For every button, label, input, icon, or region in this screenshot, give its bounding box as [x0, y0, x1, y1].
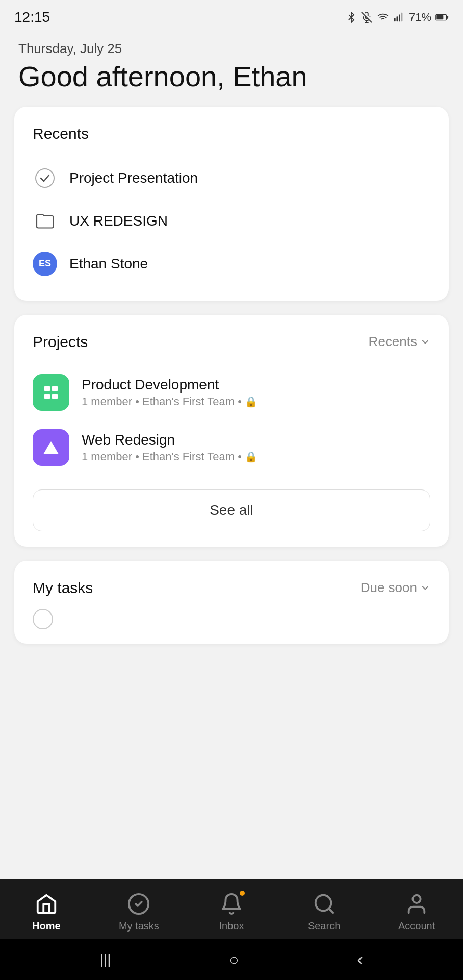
android-back-button[interactable]: ‹ [342, 944, 378, 975]
recents-title: Recents [33, 125, 430, 142]
projects-card: Projects Recents Product Development [14, 315, 449, 547]
svg-rect-4 [394, 18, 396, 21]
svg-rect-9 [447, 16, 448, 19]
chevron-down-icon [420, 337, 430, 347]
recent-item-project-presentation[interactable]: Project Presentation [33, 157, 430, 200]
svg-rect-14 [44, 394, 50, 399]
recent-label-project-presentation: Project Presentation [69, 170, 198, 186]
recent-item-ux-redesign[interactable]: UX REDESIGN [33, 200, 430, 242]
my-tasks-card: My tasks Due soon [14, 561, 449, 644]
status-bar: 12:15 71% [0, 0, 463, 31]
recents-list: Project Presentation UX REDESIGN ES Etha… [33, 157, 430, 285]
recent-item-ethan-stone[interactable]: ES Ethan Stone [33, 242, 430, 285]
android-recents-button[interactable]: ||| [85, 946, 126, 973]
my-tasks-title: My tasks [33, 579, 93, 597]
nav-account[interactable]: Account [370, 886, 463, 937]
task-check-icon [33, 166, 57, 190]
projects-title: Projects [33, 333, 88, 351]
battery-icon [435, 12, 449, 23]
folder-icon [33, 209, 57, 233]
nav-home[interactable]: Home [0, 886, 93, 937]
lock-icon-web-redesign: 🔒 [245, 451, 258, 463]
svg-line-19 [328, 909, 332, 913]
lock-icon-product-development: 🔒 [245, 396, 258, 408]
project-name-product-development: Product Development [82, 377, 430, 393]
project-item-product-development[interactable]: Product Development 1 member • Ethan's F… [33, 365, 430, 420]
svg-rect-10 [436, 15, 443, 19]
tasks-filter[interactable]: Due soon [361, 580, 430, 596]
nav-search[interactable]: Search [278, 886, 371, 937]
home-nav-icon [33, 891, 60, 917]
inbox-notification-dot [239, 890, 246, 897]
my-tasks-header: My tasks Due soon [33, 579, 430, 597]
task-item-preview [33, 597, 430, 629]
nav-home-label: Home [32, 920, 61, 932]
check-circle-nav-icon [125, 891, 152, 917]
android-nav-bar: ||| ○ ‹ [0, 939, 463, 980]
svg-rect-15 [52, 394, 58, 399]
projects-filter-label: Recents [369, 334, 417, 350]
bell-nav-icon [218, 891, 245, 917]
nav-account-label: Account [398, 920, 435, 932]
signal-icon [394, 12, 405, 23]
projects-header: Projects Recents [33, 333, 430, 351]
svg-rect-5 [396, 16, 398, 21]
svg-rect-12 [44, 386, 50, 391]
svg-marker-16 [43, 441, 59, 454]
nav-search-label: Search [308, 920, 340, 932]
tasks-filter-label: Due soon [361, 580, 417, 596]
project-meta-web-redesign: 1 member • Ethan's First Team • 🔒 [82, 450, 430, 463]
svg-point-11 [36, 169, 54, 187]
project-name-web-redesign: Web Redesign [82, 432, 430, 448]
wifi-icon [376, 12, 390, 23]
project-icon-web-redesign [33, 429, 69, 466]
nav-inbox[interactable]: Inbox [185, 886, 278, 937]
project-meta-product-development: 1 member • Ethan's First Team • 🔒 [82, 395, 430, 408]
recent-label-ux-redesign: UX REDESIGN [69, 213, 168, 229]
nav-inbox-label: Inbox [219, 920, 244, 932]
header: Thursday, July 25 Good afternoon, Ethan [0, 31, 463, 107]
person-nav-icon [403, 891, 430, 917]
header-date: Thursday, July 25 [18, 41, 445, 57]
see-all-button[interactable]: See all [33, 489, 430, 531]
project-info-product-development: Product Development 1 member • Ethan's F… [82, 377, 430, 408]
bottom-nav: Home My tasks Inbox Searc [0, 879, 463, 939]
header-greeting: Good afternoon, Ethan [18, 61, 445, 92]
projects-filter[interactable]: Recents [369, 334, 430, 350]
status-time: 12:15 [14, 9, 50, 26]
tasks-chevron-down-icon [420, 583, 430, 593]
project-info-web-redesign: Web Redesign 1 member • Ethan's First Te… [82, 432, 430, 463]
android-home-button[interactable]: ○ [214, 945, 254, 974]
recent-label-ethan-stone: Ethan Stone [69, 256, 148, 272]
project-icon-product-development [33, 374, 69, 411]
task-circle [33, 609, 53, 629]
svg-point-20 [413, 895, 421, 903]
avatar-ethan-stone: ES [33, 252, 57, 276]
bluetooth-icon [346, 12, 357, 23]
status-icons: 71% [346, 11, 449, 24]
nav-my-tasks-label: My tasks [119, 920, 159, 932]
battery-text: 71% [409, 11, 431, 24]
mute-icon [361, 12, 372, 23]
main-content: Recents Project Presentation [0, 107, 463, 879]
svg-rect-7 [401, 13, 403, 21]
search-nav-icon [311, 891, 338, 917]
nav-my-tasks[interactable]: My tasks [93, 886, 186, 937]
svg-rect-13 [52, 386, 58, 391]
recents-card: Recents Project Presentation [14, 107, 449, 301]
svg-rect-6 [399, 15, 400, 22]
project-item-web-redesign[interactable]: Web Redesign 1 member • Ethan's First Te… [33, 420, 430, 475]
